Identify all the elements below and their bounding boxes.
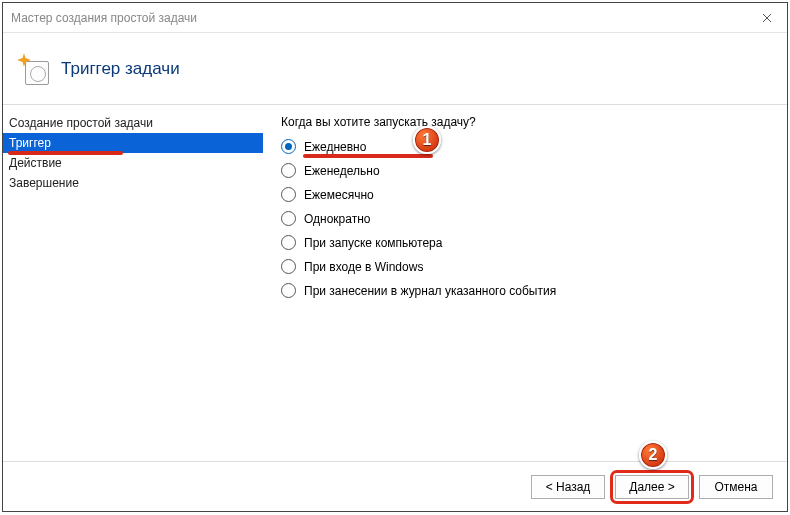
radio-option-weekly[interactable]: Еженедельно xyxy=(281,163,777,178)
wizard-header: Триггер задачи xyxy=(3,33,787,105)
radio-label: Еженедельно xyxy=(304,164,380,178)
sidebar-item-trigger[interactable]: Триггер xyxy=(3,133,263,153)
radio-icon xyxy=(281,163,296,178)
wizard-body: Создание простой задачи Триггер Действие… xyxy=(3,105,787,461)
radio-label: Ежемесячно xyxy=(304,188,374,202)
window-title: Мастер создания простой задачи xyxy=(11,11,747,25)
trigger-question: Когда вы хотите запускать задачу? xyxy=(281,115,777,129)
sidebar-item-label: Создание простой задачи xyxy=(9,116,153,130)
trigger-options: Ежедневно Еженедельно Ежемесячно Однокра… xyxy=(281,139,777,298)
radio-label: Однократно xyxy=(304,212,371,226)
annotation-underline xyxy=(303,154,433,158)
radio-icon xyxy=(281,235,296,250)
radio-option-monthly[interactable]: Ежемесячно xyxy=(281,187,777,202)
page-title: Триггер задачи xyxy=(61,59,180,79)
radio-label: При занесении в журнал указанного событи… xyxy=(304,284,556,298)
next-button[interactable]: Далее > xyxy=(615,475,689,499)
radio-option-startup[interactable]: При запуске компьютера xyxy=(281,235,777,250)
sidebar-item-label: Триггер xyxy=(9,136,51,150)
wizard-window: Мастер создания простой задачи Триггер з… xyxy=(2,2,788,512)
radio-icon xyxy=(281,211,296,226)
back-button[interactable]: < Назад xyxy=(531,475,605,499)
radio-option-daily[interactable]: Ежедневно xyxy=(281,139,777,154)
radio-label: При входе в Windows xyxy=(304,260,423,274)
wizard-steps-sidebar: Создание простой задачи Триггер Действие… xyxy=(3,105,263,461)
radio-label: Ежедневно xyxy=(304,140,366,154)
sidebar-item-action[interactable]: Действие xyxy=(3,153,263,173)
radio-option-logon[interactable]: При входе в Windows xyxy=(281,259,777,274)
close-button[interactable] xyxy=(747,3,787,33)
wizard-main: Когда вы хотите запускать задачу? Ежедне… xyxy=(263,105,787,461)
close-icon xyxy=(762,13,772,23)
titlebar: Мастер создания простой задачи xyxy=(3,3,787,33)
sidebar-item-label: Завершение xyxy=(9,176,79,190)
sidebar-item-label: Действие xyxy=(9,156,62,170)
radio-icon xyxy=(281,259,296,274)
radio-label: При запуске компьютера xyxy=(304,236,442,250)
sidebar-item-finish[interactable]: Завершение xyxy=(3,173,263,193)
next-button-wrap: Далее > 2 xyxy=(615,475,689,499)
radio-option-once[interactable]: Однократно xyxy=(281,211,777,226)
cancel-button[interactable]: Отмена xyxy=(699,475,773,499)
radio-option-event[interactable]: При занесении в журнал указанного событи… xyxy=(281,283,777,298)
radio-icon xyxy=(281,187,296,202)
sparkle-icon xyxy=(17,53,31,67)
wizard-footer: < Назад Далее > 2 Отмена xyxy=(3,461,787,511)
header-icon xyxy=(17,53,49,85)
sidebar-item-create[interactable]: Создание простой задачи xyxy=(3,113,263,133)
radio-icon xyxy=(281,283,296,298)
radio-icon xyxy=(281,139,296,154)
